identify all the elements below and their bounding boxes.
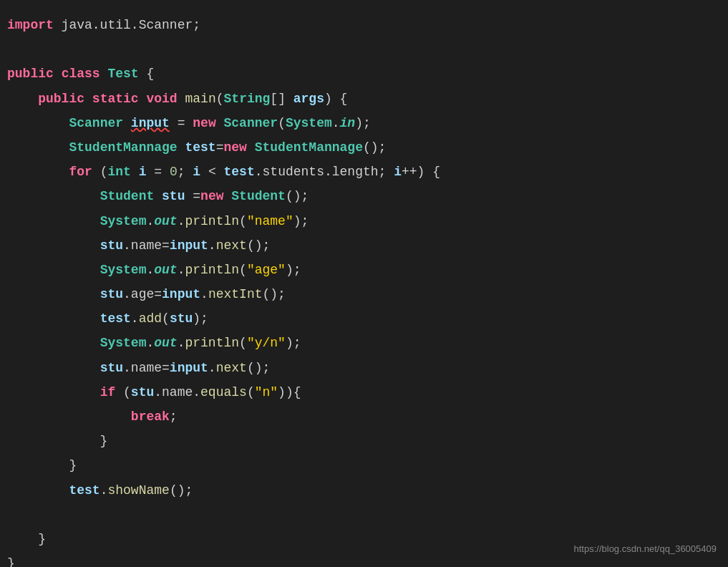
code-line-15: stu.name=input.next(); [7, 356, 714, 380]
url-watermark: https://blog.csdn.net/qq_36005409 [574, 541, 717, 558]
code-line-9: System.out.println("name"); [7, 209, 714, 233]
code-line-21 [7, 503, 714, 527]
code-line-20: test.showName(); [7, 478, 714, 503]
code-line-5: Scanner input = new Scanner(System.in); [7, 111, 714, 135]
code-line-18: } [7, 429, 714, 453]
code-line-12: stu.age=input.nextInt(); [7, 282, 714, 306]
code-line-11: System.out.println("age"); [7, 258, 714, 282]
code-line-13: test.add(stu); [7, 306, 714, 331]
code-line-8: Student stu =new Student(); [7, 184, 714, 208]
code-line-2 [7, 37, 714, 62]
code-line-7: for (int i = 0; i < test.students.length… [7, 160, 714, 184]
code-line-1: import java.util.Scanner; [7, 13, 714, 37]
code-line-4: public static void main(String[] args) { [7, 87, 714, 111]
code-line-19: } [7, 453, 714, 478]
code-block: import java.util.Scanner; public class T… [0, 0, 728, 567]
code-line-14: System.out.println("y/n"); [7, 331, 714, 355]
code-line-17: break; [7, 404, 714, 429]
code-line-6: StudentMannage test=new StudentMannage()… [7, 135, 714, 160]
code-line-3: public class Test { [7, 62, 714, 86]
code-line-16: if (stu.name.equals("n")){ [7, 380, 714, 404]
code-line-10: stu.name=input.next(); [7, 233, 714, 258]
